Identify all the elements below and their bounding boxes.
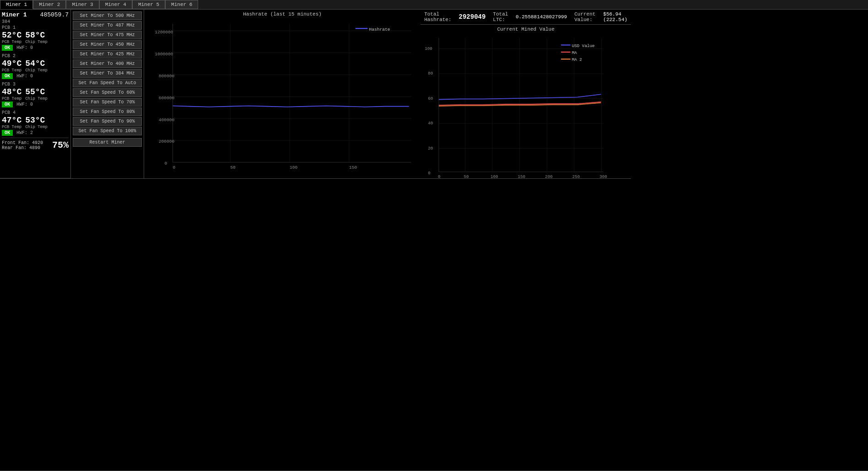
left-top-section: Miner 1 485059.7 384 PCB 1 52°C PCB Temp… <box>0 10 631 179</box>
pcb3-status: OK <box>2 102 13 107</box>
buttons-panel: Set Miner To 500 MHz Set Miner To 487 MH… <box>71 10 144 178</box>
svg-text:0: 0 <box>428 171 431 176</box>
pcb2-hwf: HWF: 0 <box>16 74 33 79</box>
btn-restart[interactable]: Restart Miner <box>73 138 142 147</box>
tab-miner2[interactable]: Miner 2 <box>33 0 66 9</box>
pcb2-temps: 49°C PCB Temp 54°C Chip Temp <box>2 59 69 73</box>
svg-text:0: 0 <box>173 165 176 170</box>
svg-text:USD Value: USD Value <box>572 43 595 48</box>
mined-chart-area: Current Mined Value 0 20 40 60 80 100 <box>421 25 631 181</box>
pcb1-hwf: HWF: 0 <box>16 45 33 50</box>
pcb-4-section: PCB 4 47°C PCB Temp 53°C Chip Temp OK HW… <box>2 110 69 136</box>
tab-miner3[interactable]: Miner 3 <box>66 0 99 9</box>
pcb1-chiptemp-group: 58°C Chip Temp <box>25 31 48 44</box>
top-stats-bar: Total Hashrate: 2929049 Total LTC: 0.255… <box>421 10 631 25</box>
fan-percent: 75% <box>52 140 69 150</box>
btn-fan-60[interactable]: Set Fan Speed To 60% <box>73 88 142 97</box>
pcb1-status: OK <box>2 45 13 51</box>
svg-text:400000: 400000 <box>159 118 175 123</box>
hashrate-chart-title: Hashrate (last 15 minutes) <box>146 11 419 17</box>
pcb3-status-row: OK HWF: 0 <box>2 102 69 107</box>
pcb-3-section: PCB 3 48°C PCB Temp 55°C Chip Temp OK HW… <box>2 82 69 107</box>
svg-text:0: 0 <box>438 174 441 179</box>
tab-miner1[interactable]: Miner 1 <box>0 0 33 9</box>
pcb1-pcb-label: PCB Temp <box>2 40 22 44</box>
pcb2-status-row: OK HWF: 0 <box>2 73 69 79</box>
pcb3-chip-label: Chip Temp <box>25 96 48 101</box>
pcb3-temps: 48°C PCB Temp 55°C Chip Temp <box>2 87 69 101</box>
pcb3-pcb-temp: 48°C <box>2 87 22 96</box>
pcb4-chip-label: Chip Temp <box>25 125 48 129</box>
pcb4-pcb-temp: 47°C <box>2 116 22 125</box>
btn-384mhz[interactable]: Set Miner To 384 MHz <box>73 69 142 78</box>
tab-miner6[interactable]: Miner 6 <box>165 0 198 9</box>
miner-hash-small: 384 <box>2 19 69 24</box>
tab-miner5[interactable]: Miner 5 <box>132 0 165 9</box>
pcb2-pcb-temp: 49°C <box>2 59 22 68</box>
svg-text:MA 2: MA 2 <box>572 57 582 62</box>
svg-text:100: 100 <box>425 46 432 51</box>
total-ltc-value: 0.255881428027999 <box>516 14 567 20</box>
pcb1-pcb-temp: 52°C <box>2 31 22 40</box>
btn-fan-90[interactable]: Set Fan Speed To 90% <box>73 117 142 126</box>
btn-fan-100[interactable]: Set Fan Speed To 100% <box>73 127 142 135</box>
btn-500mhz[interactable]: Set Miner To 500 MHz <box>73 11 142 20</box>
pcb4-pcbtemp-group: 47°C PCB Temp <box>2 116 22 129</box>
mined-svg: 0 20 40 60 80 100 <box>422 33 629 179</box>
svg-text:600000: 600000 <box>159 96 175 101</box>
svg-text:100: 100 <box>290 165 297 170</box>
svg-text:150: 150 <box>518 174 526 179</box>
pcb2-chip-label: Chip Temp <box>25 68 48 73</box>
svg-text:150: 150 <box>349 165 357 170</box>
pcb4-status: OK <box>2 130 13 136</box>
pcb4-label: PCB 4 <box>2 110 69 115</box>
hashrate-svg: 0 200000 400000 600000 800000 1000000 12… <box>146 19 419 170</box>
svg-text:1000000: 1000000 <box>155 52 173 57</box>
pcb1-temps: 52°C PCB Temp 58°C Chip Temp <box>2 31 69 44</box>
pcb3-label: PCB 3 <box>2 82 69 87</box>
fan-info-group: Front Fan: 4920 Rear Fan: 4890 <box>2 140 43 150</box>
pcb3-chip-temp: 55°C <box>25 87 45 96</box>
pcb4-status-row: OK HWF: 2 <box>2 130 69 136</box>
front-fan: Front Fan: 4920 <box>2 140 43 145</box>
pcb4-pcb-label: PCB Temp <box>2 125 22 129</box>
svg-text:50: 50 <box>464 174 469 179</box>
current-value: $56.94 (222.54) <box>603 11 627 22</box>
btn-475mhz[interactable]: Set Miner To 475 MHz <box>73 31 142 39</box>
svg-text:200000: 200000 <box>159 139 175 144</box>
pcb2-pcb-label: PCB Temp <box>2 68 22 73</box>
hashrate-chart-area: Hashrate (last 15 minutes) 0 200000 4000… <box>144 10 421 179</box>
pcb1-label: PCB 1 <box>2 25 69 30</box>
pcb3-pcb-label: PCB Temp <box>2 96 22 101</box>
svg-text:200: 200 <box>545 174 553 179</box>
pcb-1-section: PCB 1 52°C PCB Temp 58°C Chip Temp OK HW… <box>2 25 69 51</box>
pcb4-temps: 47°C PCB Temp 53°C Chip Temp <box>2 116 69 129</box>
btn-487mhz[interactable]: Set Miner To 487 MHz <box>73 21 142 30</box>
miner-hashrate: 485059.7 <box>40 11 69 18</box>
pcb4-chip-temp: 53°C <box>25 116 45 125</box>
mined-chart-wrapper: 0 20 40 60 80 100 <box>422 33 629 179</box>
pcb3-chiptemp-group: 55°C Chip Temp <box>25 87 48 101</box>
ltc-label: Total LTC: <box>493 11 508 22</box>
btn-450mhz[interactable]: Set Miner To 450 MHz <box>73 40 142 49</box>
pcb2-chiptemp-group: 54°C Chip Temp <box>25 59 48 73</box>
pcb1-pcbtemp-group: 52°C PCB Temp <box>2 31 22 44</box>
miner-tabs: Miner 1 Miner 2 Miner 3 Miner 4 Miner 5 … <box>0 0 868 10</box>
btn-425mhz[interactable]: Set Miner To 425 MHz <box>73 50 142 59</box>
btn-fan-80[interactable]: Set Fan Speed To 80% <box>73 107 142 116</box>
pcb2-chip-temp: 54°C <box>25 59 45 68</box>
pcb2-status: OK <box>2 73 13 79</box>
btn-fan-70[interactable]: Set Fan Speed To 70% <box>73 98 142 107</box>
tab-miner4[interactable]: Miner 4 <box>99 0 132 9</box>
pcb2-label: PCB 2 <box>2 54 69 59</box>
pcb1-chip-temp: 58°C <box>25 31 45 40</box>
svg-text:0: 0 <box>164 161 167 166</box>
btn-fan-auto[interactable]: Set Fan Speed To Auto <box>73 79 142 87</box>
total-hashrate-value: 2929049 <box>459 13 486 21</box>
hashrate-chart-wrapper: 0 200000 400000 600000 800000 1000000 12… <box>146 19 419 170</box>
svg-text:80: 80 <box>428 71 433 76</box>
svg-text:250: 250 <box>572 174 580 179</box>
miner-info-panel: Miner 1 485059.7 384 PCB 1 52°C PCB Temp… <box>0 10 71 178</box>
btn-400mhz[interactable]: Set Miner To 400 MHz <box>73 59 142 68</box>
mined-chart-title: Current Mined Value <box>422 27 629 32</box>
